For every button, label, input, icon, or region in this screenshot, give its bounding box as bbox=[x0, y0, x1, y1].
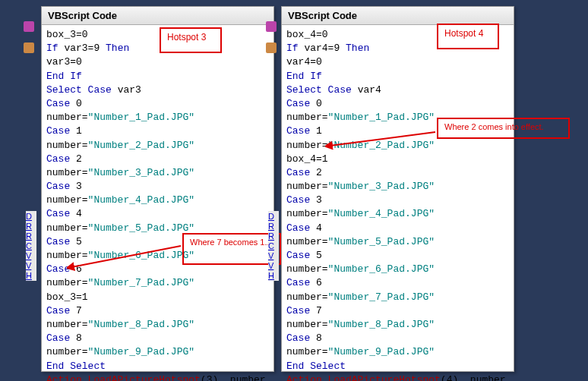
side-link[interactable]: R bbox=[268, 222, 279, 231]
code-line: Case 4 bbox=[286, 222, 509, 235]
code-line: End If bbox=[46, 70, 269, 83]
nav-icon-back[interactable] bbox=[24, 21, 39, 43]
code-line: Case 3 bbox=[286, 194, 509, 207]
nav-icon-fwd[interactable] bbox=[24, 43, 39, 64]
code-line: number="Number_9_Pad.JPG" bbox=[46, 345, 269, 359]
side-link[interactable]: R bbox=[268, 231, 279, 241]
code-line: number="Number_2_Pad.JPG" bbox=[286, 139, 509, 153]
code-line: Case 6 bbox=[286, 276, 509, 290]
callout-hotspot4: Hotspot 4 bbox=[437, 24, 499, 49]
code-line: Case 0 bbox=[46, 97, 269, 111]
side-link[interactable]: V bbox=[26, 261, 36, 270]
code-line: var3=0 bbox=[46, 55, 269, 69]
code-line: Case 3 bbox=[46, 180, 269, 194]
code-line: Case 5 bbox=[286, 249, 509, 263]
code-line: Case 8 bbox=[46, 332, 269, 345]
code-line: box_3=0 bbox=[46, 28, 269, 42]
code-line: End Select bbox=[286, 360, 509, 373]
code-line: Action.LoadAPictureHotspot(4), number bbox=[286, 373, 509, 381]
panel-title: VBScript Code bbox=[42, 7, 273, 25]
code-line: number="Number_3_Pad.JPG" bbox=[286, 180, 509, 194]
side-link[interactable]: R bbox=[26, 231, 36, 241]
code-line: number="Number_7_Pad.JPG" bbox=[286, 291, 509, 304]
side-link[interactable]: H bbox=[26, 271, 36, 280]
code-line: End Select bbox=[46, 360, 269, 373]
code-panel-right: VBScript Code box_4=0If var4=9 Thenvar4=… bbox=[281, 6, 514, 372]
code-line: Case 2 bbox=[286, 166, 509, 180]
code-line: number="Number_7_Pad.JPG" bbox=[46, 276, 269, 290]
code-line: box_4=1 bbox=[286, 153, 509, 166]
code-line: number="Number_8_Pad.JPG" bbox=[46, 318, 269, 332]
code-line: Case 2 bbox=[46, 153, 269, 166]
code-line: Case 4 bbox=[46, 207, 269, 221]
code-line: Select Case var4 bbox=[286, 83, 509, 97]
code-line: If var3=9 Then bbox=[46, 42, 269, 55]
code-line: number="Number_8_Pad.JPG" bbox=[286, 318, 509, 332]
code-line: Select Case var3 bbox=[46, 83, 269, 97]
code-line: box_3=1 bbox=[46, 291, 269, 304]
callout-where2: Where 2 comes into effect. bbox=[437, 118, 570, 139]
code-line: number="Number_2_Pad.JPG" bbox=[46, 139, 269, 153]
side-link[interactable]: D bbox=[268, 212, 279, 221]
code-line: Case 7 bbox=[46, 304, 269, 318]
side-link[interactable]: H bbox=[268, 271, 279, 280]
code-line: number="Number_9_Pad.JPG" bbox=[286, 345, 509, 359]
side-link[interactable]: C bbox=[268, 241, 279, 250]
nav-icon-fwd-r[interactable] bbox=[266, 43, 281, 64]
side-link[interactable]: R bbox=[26, 222, 36, 231]
code-line: Case 1 bbox=[46, 124, 269, 138]
code-line: number="Number_6_Pad.JPG" bbox=[286, 263, 509, 276]
code-line: number="Number_3_Pad.JPG" bbox=[46, 166, 269, 180]
code-body-right[interactable]: box_4=0If var4=9 Thenvar4=0End IfSelect … bbox=[282, 25, 514, 381]
code-line: number="Number_5_Pad.JPG" bbox=[286, 235, 509, 249]
code-line: Case 0 bbox=[286, 97, 509, 111]
code-line: number="Number_4_Pad.JPG" bbox=[286, 207, 509, 221]
code-line: Case 8 bbox=[286, 332, 509, 345]
nav-icon-back-r[interactable] bbox=[266, 21, 281, 43]
code-line: Action.LoadAPictureHotspot(3), number bbox=[46, 373, 269, 381]
code-line: number="Number_1_Pad.JPG" bbox=[46, 111, 269, 124]
side-link[interactable]: C bbox=[26, 241, 36, 250]
side-links-right: DRRCVVH bbox=[268, 211, 279, 281]
side-links-left: DRRCVVH bbox=[26, 211, 36, 281]
code-line: Case 7 bbox=[286, 304, 509, 318]
code-line: number="Number_4_Pad.JPG" bbox=[46, 194, 269, 207]
side-link[interactable]: D bbox=[26, 212, 36, 221]
code-line: End If bbox=[286, 70, 509, 83]
callout-hotspot3: Hotspot 3 bbox=[160, 27, 222, 53]
panel-title: VBScript Code bbox=[282, 7, 514, 25]
callout-where7: Where 7 becomes 1.. bbox=[182, 233, 281, 265]
side-link[interactable]: V bbox=[26, 251, 36, 260]
code-line: var4=0 bbox=[286, 55, 509, 69]
side-link[interactable]: V bbox=[268, 251, 279, 260]
side-link[interactable]: V bbox=[268, 261, 279, 270]
code-panel-left: VBScript Code box_3=0If var3=9 Thenvar3=… bbox=[41, 6, 274, 372]
code-body-left[interactable]: box_3=0If var3=9 Thenvar3=0End IfSelect … bbox=[42, 25, 273, 381]
